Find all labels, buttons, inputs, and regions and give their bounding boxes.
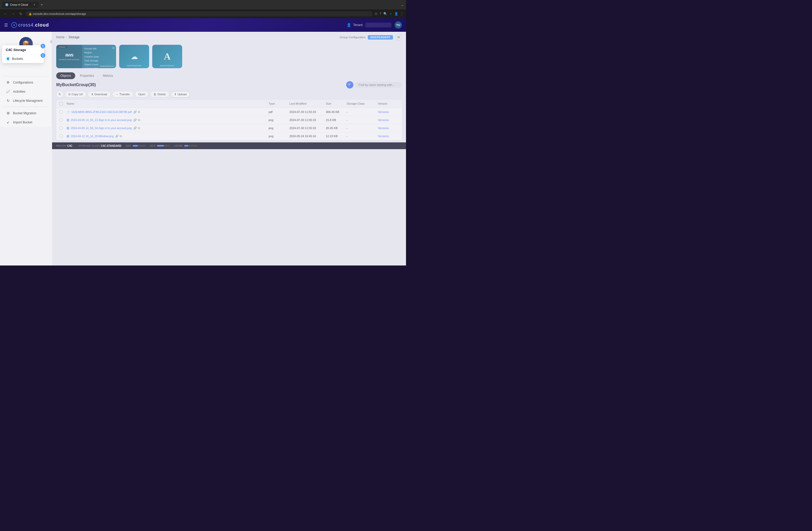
copy-icon-4[interactable]: ⧉ — [120, 134, 122, 138]
group-config-label: Group Configuration — [340, 35, 366, 39]
bucket-group-title: MyBucketGroup(30) — [56, 83, 96, 87]
download-btn[interactable]: ⬇ Download — [88, 91, 111, 98]
sidebar-item-lifecycle[interactable]: ↻ Lifecycle Managment — [2, 96, 50, 105]
versions-link-1[interactable]: Versions — [378, 110, 389, 114]
download-icon: ⬇ — [91, 93, 93, 96]
file-modified-3: 2024-07-30 11:55:33 — [289, 127, 326, 130]
link-icon-1[interactable]: 🔗 — [133, 110, 137, 114]
copy-icon-2[interactable]: ⧉ — [138, 118, 140, 122]
sidebar-item-import-bucket[interactable]: ↙ Import Bucket — [2, 118, 50, 127]
tab-controls: ⌄ — [401, 3, 404, 7]
bookmark-icon[interactable]: ☆ — [389, 12, 392, 16]
link-icon-2[interactable]: 🔗 — [133, 118, 137, 122]
header-type: Type — [269, 102, 289, 106]
row-checkbox-2[interactable] — [59, 118, 67, 122]
delete-btn[interactable]: 🗑 Delete — [150, 91, 169, 97]
refresh-btn[interactable]: ↻ — [56, 90, 63, 98]
top-nav: ☰ 4 cross4.cloud 👤 Tenant: YU — [0, 18, 406, 32]
breadcrumb-home[interactable]: Home — [56, 35, 64, 39]
file-link-3[interactable]: 2024-04-05 14_50_34-Sign in to your acco… — [71, 127, 132, 130]
content: Home / Storage Group Configuration INDEP… — [52, 32, 406, 142]
refresh-nav-btn[interactable]: ↻ — [18, 11, 24, 16]
file-type-3: png — [269, 127, 289, 130]
file-modified-1: 2024-07-30 11:55:33 — [289, 110, 326, 114]
translate-icon[interactable]: T — [379, 12, 381, 16]
copy-url-btn[interactable]: ⧉ Copy Url — [65, 91, 86, 98]
active-tab[interactable]: 4 Cross 4 Cloud ✕ — [2, 2, 39, 8]
transfer-icon: ↔ — [116, 93, 118, 96]
versions-link-2[interactable]: Versions — [378, 118, 389, 121]
group-config-area: Group Configuration INDEPENDENT ⚙ — [340, 34, 402, 41]
azure-letter-icon: A — [164, 51, 171, 62]
new-tab-btn[interactable]: + — [40, 2, 44, 7]
file-storage-1: - — [347, 110, 378, 114]
file-link-4[interactable]: 2024-04-12 18_16_29-Window.png — [71, 134, 114, 138]
copy-icon-1[interactable]: ⧉ — [138, 110, 140, 114]
tenant-input[interactable] — [365, 23, 391, 27]
info-object-count: Object Count — [84, 63, 99, 67]
file-link-2[interactable]: 2024-04-05 14_50_13-Sign in to your acco… — [71, 118, 132, 121]
header-storage-class: Storage Class — [347, 102, 378, 106]
buckets-dropdown-item[interactable]: 🪣 Buckets 1 — [2, 55, 44, 63]
back-btn[interactable]: ← — [3, 11, 8, 16]
more-icon[interactable]: ⋮ — [400, 12, 403, 16]
storage-dropdown: C4C Storage 1 🪣 Buckets 1 — [2, 45, 44, 63]
profile-icon[interactable]: 👤 — [394, 12, 398, 16]
azure-card[interactable]: A INDEPENDANT — [152, 45, 182, 68]
buckets-label: Buckets — [12, 57, 23, 61]
aws-progress — [133, 145, 146, 146]
extensions-icon[interactable]: ⊡ — [375, 12, 377, 16]
link-icon-3[interactable]: 🔗 — [133, 127, 137, 130]
tab-close-btn[interactable]: ✕ — [33, 3, 35, 6]
row-checkbox-4[interactable] — [59, 134, 67, 138]
tab-objects[interactable]: Objects — [56, 72, 75, 79]
status-bar: REGION C4C | STORAGE CLASS C4C-STANDARD … — [52, 142, 406, 149]
aws-card[interactable]: (Default) aws amazon web services Domain… — [56, 45, 116, 68]
zoom-icon[interactable]: 🔍 — [383, 12, 387, 16]
aws-logo: aws — [65, 52, 73, 58]
file-actions-4: 🔗 ⧉ — [115, 134, 122, 138]
objects-section: MyBucketGroup(30) 🔍 ↻ — [52, 79, 406, 142]
sidebar-wrapper: 📦 ‹ ⚙ Configurations 📈 Activities — [0, 32, 52, 266]
file-name-cell-3: 🖼 2024-04-05 14_50_34-Sign in to your ac… — [67, 127, 269, 130]
copy-icon[interactable]: ⧉ — [113, 46, 115, 50]
browser-chrome: 4 Cross 4 Cloud ✕ + ⌄ — [0, 0, 406, 9]
url-text: console.dev.cross4cloud.com/app/storage — [33, 12, 86, 15]
region-label: REGION — [56, 144, 67, 147]
logo-text: cross4.cloud — [18, 23, 49, 28]
breadcrumb-sep: / — [66, 35, 67, 39]
hamburger-btn[interactable]: ☰ — [4, 23, 8, 28]
versions-link-3[interactable]: Versions — [378, 127, 389, 130]
row-checkbox-3[interactable] — [59, 126, 67, 130]
tab-properties[interactable]: Properties — [76, 72, 98, 79]
transfer-btn[interactable]: ↔ Transfer — [112, 91, 133, 97]
tab-metrics[interactable]: Metrics — [99, 72, 117, 79]
settings-icon-btn[interactable]: ⚙ — [395, 34, 402, 41]
file-link-1[interactable]: 162EAB49-8B55-2F86-E3A3-45E31AC06F0B.pdf — [71, 110, 132, 114]
independent-badge: INDEPENDENT — [368, 35, 393, 40]
storage-dropdown-header: C4C Storage 1 — [2, 45, 44, 55]
sidebar-item-configurations[interactable]: ⚙ Configurations — [2, 78, 50, 87]
main-content-wrapper: Home / Storage Group Configuration INDEP… — [52, 32, 406, 266]
logo-icon: 4 — [11, 22, 17, 28]
sidebar-item-bucket-migration[interactable]: ⊞ Bucket Migration — [2, 109, 50, 117]
copy-icon-3[interactable]: ⧉ — [138, 127, 140, 130]
open-btn[interactable]: Open — [135, 91, 149, 97]
gcp-card[interactable]: ☁ INDEPENDANT — [119, 45, 149, 68]
upload-btn[interactable]: ⬆ Upload — [171, 91, 190, 98]
search-input[interactable] — [355, 82, 402, 88]
search-icon: 🔍 — [348, 83, 352, 87]
file-table: Name Type Last Modified Size Storage Cla… — [56, 100, 402, 140]
row-checkbox-1[interactable] — [59, 110, 67, 114]
url-bar[interactable]: 🔒 console.dev.cross4cloud.com/app/storag… — [26, 11, 373, 16]
versions-link-4[interactable]: Versions — [378, 134, 389, 138]
gcp-independant-tag: INDEPENDANT — [127, 65, 141, 67]
aws-progress-fill — [133, 145, 138, 146]
azure-label: AZURE — [174, 144, 183, 147]
sidebar-item-activities[interactable]: 📈 Activities — [2, 87, 50, 96]
search-circle-btn[interactable]: 🔍 — [346, 81, 353, 88]
link-icon-4[interactable]: 🔗 — [115, 134, 119, 138]
avatar[interactable]: YU — [394, 21, 402, 29]
forward-btn[interactable]: → — [11, 11, 16, 16]
file-icon-3: 🖼 — [67, 127, 69, 130]
